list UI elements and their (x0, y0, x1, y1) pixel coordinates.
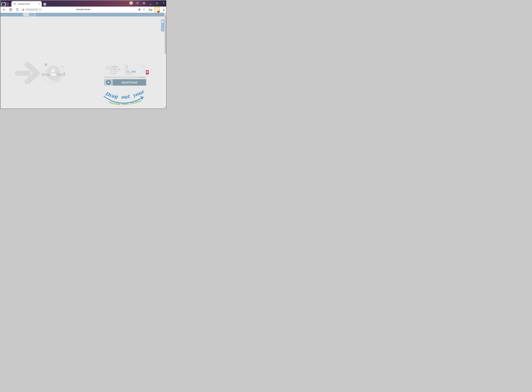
more-strip: more + (104, 77, 146, 78)
site-security-button[interactable] (22, 8, 25, 11)
scrollbar-up-arrow[interactable] (165, 14, 166, 14)
sad-face-icon (146, 71, 148, 74)
language-switcher: РУС ENG (23, 13, 35, 16)
download-circle (106, 80, 111, 85)
more-link[interactable]: more (140, 77, 143, 78)
thumb-up-icon (162, 20, 164, 23)
dropmefiles-wordmark: DropMeFiles (37, 72, 69, 77)
reload-icon[interactable] (16, 8, 19, 11)
maximize-button[interactable] (156, 2, 158, 4)
logo-orbit-dot (45, 63, 47, 66)
scrollbar[interactable] (164, 13, 166, 109)
tab-list-dropdown[interactable] (6, 2, 9, 6)
toolbar: Я example.com Example Domain (0, 7, 166, 13)
back-icon[interactable] (2, 8, 6, 11)
menu-icon[interactable] (143, 2, 145, 5)
download-button-icon-area (104, 79, 113, 86)
kebab-menu-icon[interactable] (143, 8, 144, 11)
minimize-button[interactable] (150, 4, 151, 5)
page-title: Example Domain (76, 8, 90, 11)
page-icon (14, 3, 15, 5)
panel-divider (125, 65, 125, 76)
download-arrow-icon (107, 81, 110, 84)
window-close-button[interactable]: ✕ (163, 2, 165, 4)
download-button-label: download (113, 79, 146, 86)
logo-text-drop: Drop (41, 72, 51, 77)
lock-icon (23, 9, 24, 11)
collections-icon[interactable] (136, 2, 139, 5)
logo-orbit-dot (62, 66, 63, 67)
browser-frame: 1 Example Domain ✕ + (0, 0, 166, 109)
new-tab-button[interactable]: + (43, 3, 46, 6)
like-side-badge[interactable] (161, 19, 164, 32)
yandex-search-icon[interactable]: Я (9, 8, 12, 11)
chevron-down-icon (7, 4, 8, 5)
downloads-icon[interactable] (162, 8, 165, 11)
tab-close-button[interactable]: ✕ (39, 3, 40, 5)
total-size-label: total size (126, 73, 136, 75)
logo-text-me: Me (51, 72, 56, 77)
svg-text:Drag out your: Drag out your (104, 88, 146, 100)
more-plus-button[interactable]: + (144, 77, 145, 78)
total-size: 21.1KB (126, 70, 136, 73)
avatar-girl-icon (129, 1, 133, 5)
expiration-days: 6 DAYS (110, 66, 120, 68)
expiration-label-line2: expiration (110, 73, 118, 75)
alert-badge: ! (157, 11, 159, 13)
tab-counter-badge: 1 (1, 2, 6, 6)
user-avatar[interactable] (129, 1, 133, 5)
lang-rus-button[interactable]: РУС (24, 13, 29, 16)
browser-window: 1 Example Domain ✕ + (0, 0, 167, 109)
download-button[interactable]: download (104, 79, 146, 86)
drop-arrow-graphic (14, 62, 40, 84)
lang-eng-button[interactable]: ENG (29, 13, 34, 16)
scrollbar-thumb[interactable] (165, 15, 166, 54)
logo-text-files: Files (56, 72, 65, 77)
scrollbar-down-arrow[interactable] (165, 107, 166, 108)
file-count-label: file (126, 68, 136, 70)
tagline-blue-text: Drag out your (104, 88, 146, 100)
address-bar[interactable]: example.com (25, 8, 42, 11)
complain-badge[interactable] (146, 70, 149, 75)
drag-out-tagline: Drag out your PREVIEW, FILES, FOLDERS (102, 87, 148, 108)
blocked-download-highlight[interactable]: ! (154, 7, 160, 13)
rate-page-icon[interactable] (148, 8, 152, 12)
page-content: РУС ENG DropMeFiles (0, 13, 166, 109)
clock-icon (106, 66, 109, 70)
tab-counter-button[interactable]: 1 (1, 2, 9, 6)
panel-close-button[interactable]: ✕ (142, 65, 145, 69)
upload-info-panel: 6 DAYS 23:59:13 until upload expiration … (104, 64, 146, 78)
file-count: 1 (126, 65, 136, 68)
active-tab[interactable]: Example Domain ✕ (11, 1, 42, 7)
bookmark-icon[interactable] (138, 8, 140, 11)
tab-title: Example Domain (18, 3, 39, 5)
tab-bar: 1 Example Domain ✕ + (0, 0, 166, 7)
expiration-time: 23:59:13 (110, 68, 120, 70)
expiration-label-line1: until upload (110, 71, 118, 73)
tab-count: 1 (2, 3, 5, 6)
